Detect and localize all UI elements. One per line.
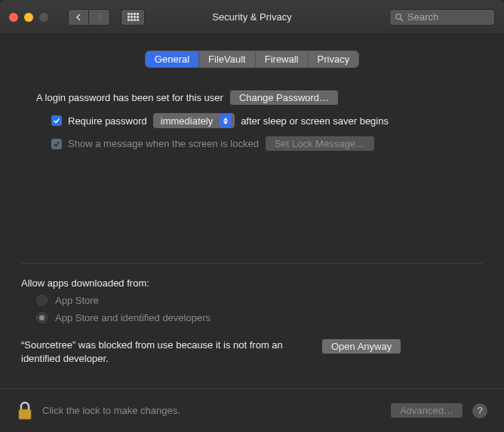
require-password-checkbox[interactable] — [51, 115, 62, 126]
nav-buttons — [68, 9, 110, 26]
require-password-label: Require password — [68, 115, 147, 127]
search-placeholder: Search — [407, 11, 438, 23]
require-password-suffix: after sleep or screen saver begins — [241, 115, 389, 127]
allow-apps-heading: Allow apps downloaded from: — [21, 277, 483, 289]
svg-point-0 — [396, 14, 401, 19]
svg-rect-7 — [20, 417, 29, 418]
advanced-button[interactable]: Advanced… — [390, 403, 463, 418]
back-button[interactable] — [68, 9, 89, 26]
open-anyway-button[interactable]: Open Anyway — [321, 339, 401, 354]
svg-rect-5 — [20, 414, 29, 415]
zoom-window-button — [39, 13, 48, 22]
radio-app-store — [36, 295, 48, 306]
blocked-app-message: “Sourcetree” was blocked from use becaus… — [21, 339, 308, 366]
help-button[interactable]: ? — [472, 403, 487, 418]
window-controls — [9, 13, 48, 22]
content: General FileVault Firewall Privacy A log… — [0, 35, 504, 366]
svg-line-1 — [401, 18, 403, 20]
radio-identified-developers — [36, 312, 48, 323]
grid-icon — [128, 13, 139, 21]
divider — [21, 263, 483, 264]
svg-rect-3 — [20, 411, 29, 412]
minimize-window-button[interactable] — [24, 13, 33, 22]
footer: Click the lock to make changes. Advanced… — [0, 388, 504, 432]
lock-hint-text: Click the lock to make changes. — [42, 405, 180, 416]
search-input[interactable]: Search — [389, 9, 495, 26]
tab-bar: General FileVault Firewall Privacy — [21, 51, 483, 67]
tab-filevault[interactable]: FileVault — [198, 51, 255, 67]
password-section: A login password has been set for this u… — [21, 90, 483, 152]
change-password-button[interactable]: Change Password… — [229, 90, 339, 106]
svg-rect-4 — [20, 412, 29, 413]
titlebar: Security & Privacy Search — [0, 0, 504, 35]
forward-button — [89, 9, 110, 26]
chevron-left-icon — [75, 14, 81, 21]
set-lock-message-button: Set Lock Message… — [265, 136, 375, 152]
tab-firewall[interactable]: Firewall — [255, 51, 308, 67]
svg-rect-6 — [20, 415, 29, 416]
radio-app-store-label: App Store — [55, 295, 99, 306]
search-icon — [395, 13, 404, 22]
allow-apps-section: Allow apps downloaded from: App Store Ap… — [21, 277, 483, 366]
tab-privacy[interactable]: Privacy — [308, 51, 359, 67]
show-message-checkbox — [51, 139, 62, 149]
lock-icon[interactable] — [17, 401, 33, 421]
check-icon — [53, 117, 60, 124]
stepper-icon — [220, 114, 232, 127]
show-all-button[interactable] — [121, 9, 145, 26]
radio-identified-label: App Store and identified developers — [55, 312, 211, 323]
chevron-right-icon — [97, 14, 103, 21]
tab-general[interactable]: General — [146, 51, 198, 67]
login-password-text: A login password has been set for this u… — [36, 92, 223, 103]
require-password-delay-select[interactable]: immediately — [153, 113, 235, 128]
show-message-label: Show a message when the screen is locked — [68, 138, 259, 149]
check-icon — [53, 140, 60, 148]
close-window-button[interactable] — [9, 13, 18, 22]
